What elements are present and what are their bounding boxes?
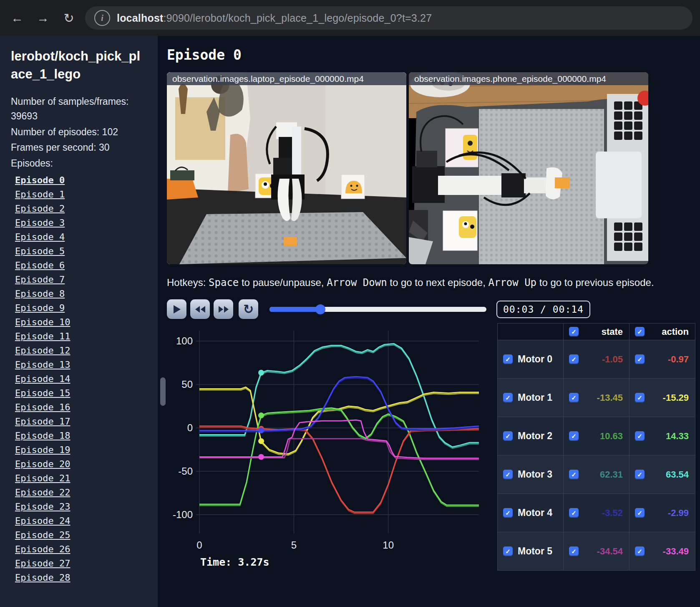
episode-link-episode-11[interactable]: Episode 11 xyxy=(15,331,147,341)
episode-link-episode-21[interactable]: Episode 21 xyxy=(15,473,147,483)
episode-link-episode-5[interactable]: Episode 5 xyxy=(15,246,147,256)
video-phone-frame xyxy=(409,72,648,264)
episode-link-episode-16[interactable]: Episode 16 xyxy=(15,402,147,412)
table-row: ✓Motor 0✓-1.05✓-0.97 xyxy=(498,340,695,379)
motor-label: Motor 5 xyxy=(518,546,557,557)
seek-slider-thumb[interactable] xyxy=(315,304,325,314)
video-laptop-frame xyxy=(167,72,406,264)
action-value: -33.49 xyxy=(663,546,689,557)
seek-slider[interactable] xyxy=(269,307,486,312)
episode-link-episode-27[interactable]: Episode 27 xyxy=(15,558,147,569)
time-display: 00:03 / 00:14 xyxy=(496,301,590,318)
episode-link-episode-25[interactable]: Episode 25 xyxy=(15,530,147,540)
action-value-checkbox[interactable]: ✓ xyxy=(635,354,645,364)
episode-link-episode-1[interactable]: Episode 1 xyxy=(15,189,147,200)
episode-link-episode-10[interactable]: Episode 10 xyxy=(15,317,147,327)
hotkey-key: Arrow Down xyxy=(327,277,387,288)
episode-link-episode-28[interactable]: Episode 28 xyxy=(15,572,147,583)
motor-table: ✓state ✓action ✓Motor 0✓-1.05✓-0.97✓Moto… xyxy=(497,323,695,571)
motor-row-checkbox[interactable]: ✓ xyxy=(503,546,513,556)
url-text: localhost:9090/lerobot/koch_pick_place_1… xyxy=(117,12,432,24)
address-bar[interactable]: i localhost:9090/lerobot/koch_pick_place… xyxy=(85,6,692,30)
state-value-checkbox[interactable]: ✓ xyxy=(569,393,579,402)
svg-text:-50: -50 xyxy=(178,465,193,477)
main-content: Episode 0 observation.images.laptop_epis… xyxy=(158,36,700,607)
episode-link-episode-14[interactable]: Episode 14 xyxy=(15,374,147,384)
action-value-checkbox[interactable]: ✓ xyxy=(635,393,645,402)
state-value-checkbox[interactable]: ✓ xyxy=(569,546,579,556)
episode-link-episode-20[interactable]: Episode 20 xyxy=(15,459,147,469)
page-title: Episode 0 xyxy=(167,47,692,63)
scrollbar-thumb[interactable] xyxy=(160,377,166,406)
episode-link-episode-24[interactable]: Episode 24 xyxy=(15,516,147,526)
fast-forward-button[interactable] xyxy=(214,299,233,319)
loop-button[interactable]: ↻ xyxy=(239,299,258,319)
episode-link-episode-2[interactable]: Episode 2 xyxy=(15,203,147,214)
svg-text:0: 0 xyxy=(196,539,202,551)
action-value-checkbox[interactable]: ✓ xyxy=(635,470,645,479)
state-value-checkbox[interactable]: ✓ xyxy=(569,431,579,441)
video-phone-camera[interactable]: observation.images.phone_episode_000000.… xyxy=(409,72,648,264)
state-value: -1.05 xyxy=(602,354,623,365)
episode-link-episode-7[interactable]: Episode 7 xyxy=(15,274,147,285)
stat-episodes: Number of episodes: 102 xyxy=(11,125,147,140)
reload-icon[interactable]: ↻ xyxy=(59,8,78,28)
chart-time-label: Time: 3.27s xyxy=(200,556,484,568)
episode-link-episode-3[interactable]: Episode 3 xyxy=(15,218,147,228)
episode-link-episode-0[interactable]: Episode 0 xyxy=(15,175,147,185)
motor-row-checkbox[interactable]: ✓ xyxy=(503,431,513,441)
motor-row-checkbox[interactable]: ✓ xyxy=(503,508,513,518)
episode-link-episode-4[interactable]: Episode 4 xyxy=(15,232,147,242)
episode-link-episode-19[interactable]: Episode 19 xyxy=(15,445,147,455)
video-laptop-caption: observation.images.laptop_episode_000000… xyxy=(167,72,406,85)
action-value-checkbox[interactable]: ✓ xyxy=(635,508,645,518)
action-value: -2.99 xyxy=(668,508,689,518)
action-value: 14.33 xyxy=(666,431,689,442)
state-value: 62.31 xyxy=(600,469,623,480)
dataset-title: lerobot/koch_pick_place_1_lego xyxy=(11,48,147,83)
site-info-icon[interactable]: i xyxy=(94,10,110,26)
state-column-header: state xyxy=(602,326,623,337)
episode-link-episode-13[interactable]: Episode 13 xyxy=(15,359,147,370)
episode-link-episode-15[interactable]: Episode 15 xyxy=(15,388,147,398)
state-value-checkbox[interactable]: ✓ xyxy=(569,508,579,518)
hotkey-key: Arrow Up xyxy=(488,277,536,288)
motor-label: Motor 2 xyxy=(518,430,557,442)
episode-link-episode-12[interactable]: Episode 12 xyxy=(15,345,147,356)
hotkey-text: to go to previous episode. xyxy=(536,277,654,288)
stat-fps: Frames per second: 30 xyxy=(11,140,147,155)
action-column-checkbox[interactable]: ✓ xyxy=(635,327,645,336)
forward-icon[interactable]: → xyxy=(33,8,53,28)
motor-row-checkbox[interactable]: ✓ xyxy=(503,354,513,364)
state-value-checkbox[interactable]: ✓ xyxy=(569,354,579,364)
state-value-checkbox[interactable]: ✓ xyxy=(569,470,579,479)
action-value-checkbox[interactable]: ✓ xyxy=(635,546,645,556)
rewind-button[interactable] xyxy=(190,299,210,319)
play-button[interactable] xyxy=(167,299,186,319)
table-row: ✓Motor 1✓-13.45✓-15.29 xyxy=(498,379,695,417)
action-value-checkbox[interactable]: ✓ xyxy=(635,431,645,441)
episode-link-episode-9[interactable]: Episode 9 xyxy=(15,303,147,313)
svg-text:100: 100 xyxy=(176,335,193,346)
seek-slider-fill xyxy=(269,307,320,312)
episode-link-episode-8[interactable]: Episode 8 xyxy=(15,288,147,299)
episode-link-episode-22[interactable]: Episode 22 xyxy=(15,487,147,498)
episode-link-episode-6[interactable]: Episode 6 xyxy=(15,260,147,271)
motor-label: Motor 3 xyxy=(518,469,557,480)
episode-link-episode-23[interactable]: Episode 23 xyxy=(15,501,147,512)
state-column-checkbox[interactable]: ✓ xyxy=(569,327,579,336)
motor-row-checkbox[interactable]: ✓ xyxy=(503,470,513,479)
episode-link-episode-17[interactable]: Episode 17 xyxy=(15,416,147,427)
action-column-header: action xyxy=(662,326,689,337)
url-host: localhost xyxy=(117,12,164,24)
video-laptop-camera[interactable]: observation.images.laptop_episode_000000… xyxy=(167,72,406,264)
episode-link-episode-26[interactable]: Episode 26 xyxy=(15,544,147,554)
svg-text:0: 0 xyxy=(187,422,193,433)
svg-text:-100: -100 xyxy=(173,509,193,520)
stat-samples: Number of samples/frames: 39693 xyxy=(11,94,147,124)
hotkey-key: Space xyxy=(209,277,239,288)
episode-link-episode-18[interactable]: Episode 18 xyxy=(15,430,147,441)
state-value: -3.52 xyxy=(602,508,623,518)
motor-row-checkbox[interactable]: ✓ xyxy=(503,393,513,402)
back-icon[interactable]: ← xyxy=(8,8,27,28)
